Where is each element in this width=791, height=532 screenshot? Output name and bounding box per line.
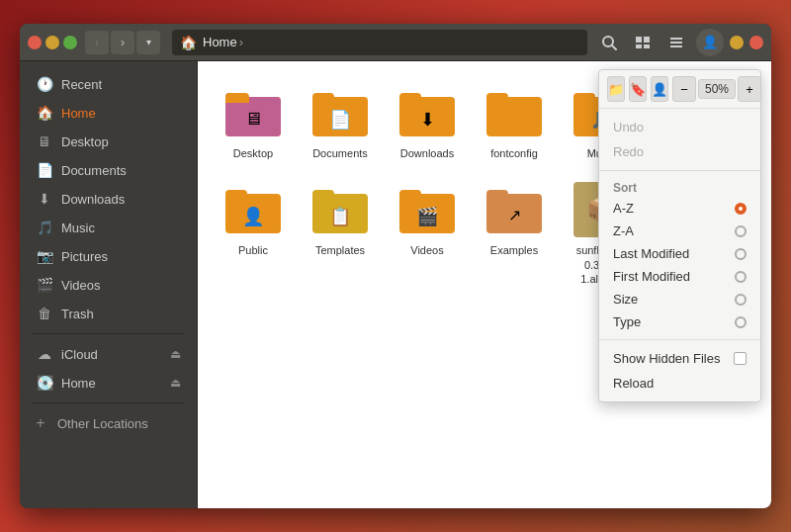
list-item[interactable]: 👤 Public (214, 174, 293, 292)
sidebar-item-home2[interactable]: 💽 Home ⏏ (24, 369, 193, 397)
sidebar-item-label: Desktop (61, 134, 109, 149)
tb-close2[interactable] (749, 36, 763, 49)
documents-icon: 📄 (36, 161, 53, 179)
svg-rect-4 (636, 44, 642, 48)
maximize-button[interactable] (63, 36, 77, 49)
list-item[interactable]: fontconfig (475, 77, 554, 166)
sort-az-label: A-Z (613, 201, 634, 216)
file-label: Videos (410, 243, 443, 257)
home2-eject-button[interactable]: ⏏ (170, 376, 181, 390)
show-hidden-checkbox[interactable] (734, 352, 747, 365)
svg-line-1 (612, 45, 616, 49)
sort-az-item[interactable]: A-Z (599, 197, 760, 220)
folder-documents-icon: 📄 (310, 83, 370, 142)
sidebar-item-label: Pictures (61, 249, 108, 264)
close-button[interactable] (28, 36, 42, 49)
show-hidden-row: Show Hidden Files (599, 346, 760, 371)
add-icon: + (32, 414, 49, 432)
undo-label: Undo (613, 120, 644, 134)
undo-item[interactable]: Undo (599, 115, 760, 139)
sort-size-radio (735, 294, 747, 306)
sidebar-add-locations[interactable]: + Other Locations (20, 409, 197, 437)
sidebar-item-label: Home (61, 106, 96, 121)
list-item[interactable]: 🖥 Desktop (214, 77, 293, 166)
sidebar-item-desktop[interactable]: 🖥 Desktop (24, 128, 193, 155)
list-item[interactable]: ↗ Examples (475, 174, 554, 292)
search-icon (601, 35, 617, 50)
list-item[interactable]: 📋 Templates (301, 174, 380, 292)
sort-size-label: Size (613, 292, 638, 307)
minimize-button[interactable] (45, 36, 59, 49)
redo-label: Redo (613, 144, 644, 159)
sort-type-item[interactable]: Type (599, 310, 760, 333)
folder-downloads-icon: ⬇ (397, 83, 457, 142)
connect-button[interactable]: 👤 (651, 76, 668, 102)
nav-arrows: ‹ › ▾ (85, 31, 160, 54)
tb-minimize2[interactable] (730, 36, 744, 49)
file-label: Public (238, 243, 268, 257)
redo-item[interactable]: Redo (599, 139, 760, 164)
sidebar-item-recent[interactable]: 🕐 Recent (24, 70, 193, 98)
sidebar-add-label: Other Locations (57, 416, 148, 431)
sort-type-label: Type (613, 314, 641, 329)
zoom-level: 50% (698, 79, 736, 99)
sidebar-item-label: Music (61, 221, 95, 235)
reload-item[interactable]: Reload (599, 371, 760, 396)
sort-size-item[interactable]: Size (599, 288, 760, 310)
sidebar-item-trash[interactable]: 🗑 Trash (24, 300, 193, 327)
forward-button[interactable]: › (111, 31, 134, 54)
new-folder-button[interactable]: 📁 (607, 76, 625, 102)
sidebar-item-label: Home (61, 376, 96, 391)
file-label: Examples (490, 243, 538, 257)
search-button[interactable] (595, 29, 623, 56)
sidebar-item-videos[interactable]: 🎬 Videos (24, 271, 193, 299)
sort-za-item[interactable]: Z-A (599, 220, 760, 242)
view-icon (635, 35, 651, 50)
folder-public-icon: 👤 (223, 180, 283, 239)
sort-section: Sort A-Z Z-A Last Modified First Mod (599, 171, 760, 340)
drive-icon: 💽 (36, 374, 53, 392)
sidebar-item-icloud[interactable]: ☁ iCloud ⏏ (24, 340, 193, 368)
history-button[interactable]: ▾ (136, 31, 160, 54)
folder-fontconfig-icon (484, 83, 544, 142)
sort-last-modified-item[interactable]: Last Modified (599, 242, 760, 265)
location-arrow: › (239, 35, 243, 49)
view-toggle-button[interactable] (629, 29, 657, 56)
sidebar-item-documents[interactable]: 📄 Documents (24, 156, 193, 184)
list-item[interactable]: 🎬 Videos (388, 174, 467, 292)
sidebar-item-home[interactable]: 🏠 Home (24, 99, 193, 127)
undo-redo-section: Undo Redo (599, 109, 760, 171)
titlebar: ‹ › ▾ 🏠 Home › (20, 24, 771, 61)
location-text: Home (203, 35, 237, 49)
zoom-out-button[interactable]: − (672, 76, 696, 102)
sort-first-modified-item[interactable]: First Modified (599, 265, 760, 288)
reload-label: Reload (613, 376, 654, 391)
sidebar-item-downloads[interactable]: ⬇ Downloads (24, 185, 193, 213)
videos-icon: 🎬 (36, 276, 53, 294)
sidebar-item-label: Videos (61, 278, 101, 293)
sidebar-item-pictures[interactable]: 📷 Pictures (24, 242, 193, 270)
menu-button[interactable] (662, 29, 690, 56)
bookmark-button[interactable]: 🔖 (629, 76, 647, 102)
user-button[interactable]: 👤 (696, 29, 724, 56)
back-button[interactable]: ‹ (85, 31, 109, 54)
desktop-icon: 🖥 (36, 133, 53, 150)
sidebar-item-label: Documents (61, 163, 127, 178)
sidebar-item-music[interactable]: 🎵 Music (24, 214, 193, 241)
zoom-in-button[interactable]: + (738, 76, 761, 102)
icloud-eject-button[interactable]: ⏏ (170, 347, 181, 361)
home-sidebar-icon: 🏠 (36, 104, 53, 122)
dropdown-menu: 📁 🔖 👤 − 50% + Undo Redo (598, 69, 761, 402)
location-bar[interactable]: 🏠 Home › (172, 30, 587, 55)
music-icon: 🎵 (36, 219, 53, 236)
file-label: Documents (312, 146, 368, 160)
file-area: 🖥 Desktop 📄 Documents (198, 61, 771, 508)
list-item[interactable]: 📄 Documents (301, 77, 380, 166)
list-item[interactable]: ⬇ Downloads (388, 77, 467, 166)
downloads-icon: ⬇ (36, 190, 53, 208)
toolbar-right: 👤 (595, 29, 763, 56)
window-controls (28, 36, 77, 49)
sort-last-modified-label: Last Modified (613, 246, 689, 261)
file-label: fontconfig (490, 146, 538, 160)
sidebar-item-label: Downloads (61, 192, 125, 207)
